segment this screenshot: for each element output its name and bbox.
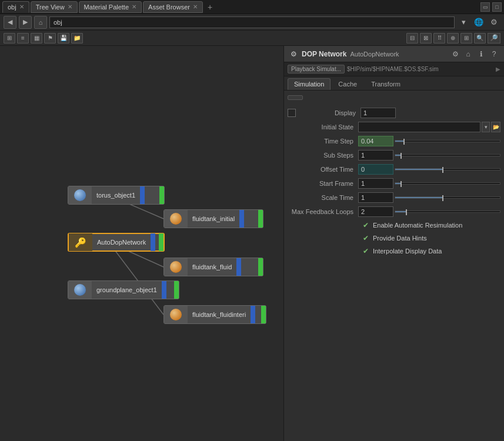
dop-path-arrow[interactable]: ▶ <box>496 66 500 72</box>
param-scaletime-row: Scale Time <box>288 191 500 204</box>
node-tb-layout2-icon[interactable]: ⊠ <box>420 33 432 44</box>
dop-playback-button[interactable]: Playback Simulat... <box>288 65 345 74</box>
dop-settings-icon[interactable]: ⚙ <box>450 49 460 59</box>
node-toolbar: ⊞ ≡ ▦ ⚑ 💾 📁 ⊟ ⊠ ⠿ ⊕ ⊞ 🔍 🔎 <box>0 31 504 46</box>
tab-treeview-label: Tree View <box>36 4 65 11</box>
node-groundplane-flag-green <box>174 281 179 299</box>
home-icon[interactable]: ⌂ <box>34 16 47 29</box>
node-autdop[interactable]: 🔑 AutoDopNetwork <box>68 233 165 252</box>
settings-icon[interactable]: ⚙ <box>488 16 500 29</box>
tab-materialpalette[interactable]: Material Palette ✕ <box>79 1 142 13</box>
path-dropdown-icon[interactable]: ▾ <box>457 16 470 29</box>
network-view[interactable]: torus_object1 fluidtank_initial 🔑 AutoDo… <box>0 46 283 441</box>
dop-info-icon[interactable]: ℹ <box>476 49 486 59</box>
tab-controls: ▭ □ <box>480 2 502 12</box>
substeps-slider-wrap[interactable] <box>395 154 500 156</box>
enable-resim-label: Enable Automatic Resimulation <box>373 222 462 229</box>
node-tb-grid3-icon[interactable]: ⊞ <box>460 33 472 44</box>
tab-treeview-close[interactable]: ✕ <box>68 4 72 10</box>
dop-help-icon[interactable]: ? <box>489 49 499 59</box>
startframe-slider[interactable] <box>395 182 500 185</box>
maxfeedback-input[interactable] <box>358 206 393 217</box>
node-fluidtank-fluid-flag-blue <box>236 258 241 276</box>
timestep-label: Time Step <box>288 138 358 145</box>
tab-obj[interactable]: obj ✕ <box>2 1 29 13</box>
node-groundplane-thumb <box>68 281 92 299</box>
node-fluidtank-initial[interactable]: fluidtank_initial <box>163 209 263 228</box>
scaletime-input[interactable] <box>358 192 393 203</box>
node-tb-layout-icon[interactable]: ⊟ <box>406 33 418 44</box>
dop-tab-simulation[interactable]: Simulation <box>288 78 331 90</box>
node-tb-list-icon[interactable]: ≡ <box>17 33 29 44</box>
initial-state-browse[interactable]: 📂 <box>491 122 500 132</box>
initial-state-input[interactable] <box>358 122 480 132</box>
node-tb-more-icon[interactable]: ⊕ <box>447 33 459 44</box>
param-timestep-row: Time Step <box>288 135 500 148</box>
tab-obj-close[interactable]: ✕ <box>19 4 24 10</box>
checkbox-provide-data-hints[interactable]: ✔ Provide Data Hints <box>288 232 500 244</box>
substeps-input[interactable] <box>358 150 393 161</box>
node-torus-object1[interactable]: torus_object1 <box>68 186 165 205</box>
node-torus-flag-blue <box>140 186 145 204</box>
dop-home-icon[interactable]: ⌂ <box>463 49 473 59</box>
scaletime-slider[interactable] <box>395 196 500 199</box>
node-groundplane[interactable]: groundplane_object1 <box>68 280 179 299</box>
node-tb-search[interactable]: 🔎 <box>488 33 500 44</box>
node-tb-zoom-in-icon[interactable]: 🔍 <box>474 33 486 44</box>
tab-bar: obj ✕ Tree View ✕ Material Palette ✕ Ass… <box>0 0 504 14</box>
node-tb-save-icon[interactable]: 💾 <box>58 33 69 44</box>
display-input[interactable] <box>361 108 396 118</box>
tab-ctrl-maximize[interactable]: □ <box>492 2 502 12</box>
node-tb-grid-icon[interactable]: ⊞ <box>4 33 15 44</box>
timestep-input[interactable] <box>358 136 393 146</box>
node-fluidtank-initial-flag-blue <box>239 210 244 228</box>
tab-assetbrowser[interactable]: Asset Browser ✕ <box>143 1 203 13</box>
tab-materialpalette-close[interactable]: ✕ <box>132 4 136 10</box>
main-content: torus_object1 fluidtank_initial 🔑 AutoDo… <box>0 46 504 441</box>
path-globe-icon[interactable]: 🌐 <box>472 16 485 29</box>
offsettime-slider-wrap[interactable] <box>395 168 500 171</box>
node-tb-flag-icon[interactable]: ⚑ <box>44 33 56 44</box>
timestep-slider-wrap[interactable] <box>395 140 500 142</box>
node-fluidtank-fluid[interactable]: fluidtank_fluid <box>163 258 263 276</box>
back-button[interactable]: ◀ <box>4 16 16 29</box>
offsettime-label: Offset Time <box>288 166 358 173</box>
dop-header-buttons: ⚙ ⌂ ℹ ? <box>450 49 499 59</box>
substeps-slider[interactable] <box>395 154 500 156</box>
dop-tab-transform[interactable]: Transform <box>365 78 407 90</box>
tab-ctrl-minimize[interactable]: ▭ <box>480 2 490 12</box>
offsettime-input[interactable] <box>358 164 393 175</box>
reset-simulation-btn[interactable] <box>288 95 303 100</box>
startframe-input[interactable] <box>358 178 393 189</box>
startframe-slider-wrap[interactable] <box>395 182 500 185</box>
node-tb-grid2-icon[interactable]: ▦ <box>31 33 42 44</box>
initial-state-label: Initial State <box>288 123 358 131</box>
dop-content: Display Initial State ▾ 📂 Time Step <box>284 91 504 441</box>
timestep-slider[interactable] <box>395 140 500 142</box>
checkbox-enable-resimulation[interactable]: ✔ Enable Automatic Resimulation <box>288 219 500 231</box>
tab-treeview[interactable]: Tree View ✕ <box>31 1 78 13</box>
scaletime-slider-wrap[interactable] <box>395 196 500 199</box>
tab-assetbrowser-close[interactable]: ✕ <box>193 4 198 10</box>
forward-button[interactable]: ▶ <box>19 16 32 29</box>
node-fluidtank-inter[interactable]: fluidtank_fluidinteri <box>163 305 266 324</box>
node-tb-folder-icon[interactable]: 📁 <box>71 33 83 44</box>
initial-state-dropdown[interactable]: ▾ <box>482 122 490 132</box>
dop-tab-cache[interactable]: Cache <box>332 78 363 90</box>
maxfeedback-slider[interactable] <box>395 211 500 213</box>
node-fluidtank-inter-flag-blue <box>251 306 255 323</box>
tab-add-button[interactable]: + <box>204 1 216 13</box>
display-checkbox[interactable] <box>288 109 296 117</box>
svg-line-2 <box>109 242 163 315</box>
node-fluidtank-initial-thumb <box>164 210 188 228</box>
provide-hints-checkmark: ✔ <box>362 234 370 242</box>
dop-header: ⚙ DOP Network AutoDopNetwork ⚙ ⌂ ℹ ? <box>284 46 504 62</box>
checkbox-interpolate-display[interactable]: ✔ Interpolate Display Data <box>288 245 500 257</box>
node-tb-dots-icon[interactable]: ⠿ <box>433 33 445 44</box>
display-label: Display <box>298 109 361 116</box>
maxfeedback-slider-wrap[interactable] <box>395 211 500 213</box>
dop-panel: ⚙ DOP Network AutoDopNetwork ⚙ ⌂ ℹ ? Pla… <box>283 46 504 441</box>
startframe-label: Start Frame <box>288 180 358 187</box>
offsettime-slider[interactable] <box>395 168 500 171</box>
path-bar[interactable]: obj <box>49 16 455 28</box>
